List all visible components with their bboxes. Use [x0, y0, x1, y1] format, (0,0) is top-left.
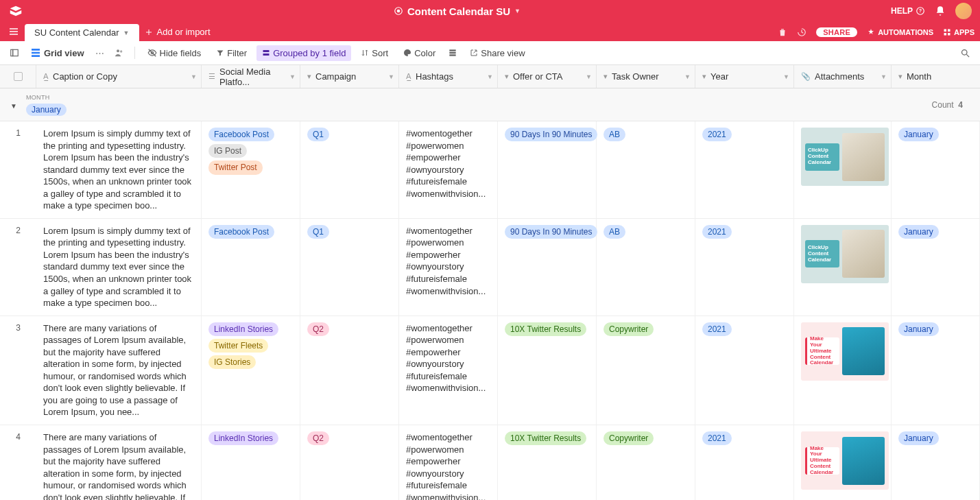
hashtags-cell[interactable]: #womentogether#powerwomen#empowerher#own…	[399, 316, 498, 425]
collaborators-icon[interactable]	[111, 45, 128, 61]
column-month[interactable]: ▾Month	[892, 65, 980, 88]
table-row[interactable]: 4 There are many variations of passages …	[0, 425, 980, 500]
color-button[interactable]: Color	[398, 45, 441, 61]
sort-button[interactable]: Sort	[355, 45, 394, 61]
row-height-button[interactable]	[445, 45, 460, 60]
user-avatar[interactable]	[955, 3, 972, 19]
offer-cell[interactable]: 10X Twitter Results	[498, 316, 597, 425]
platform-cell[interactable]: LinkedIn Stories	[202, 425, 300, 500]
column-hashtags[interactable]: A̲Hashtags▼	[399, 65, 498, 88]
chevron-down-icon[interactable]: ▼	[881, 73, 887, 80]
month-cell[interactable]: January	[892, 316, 980, 425]
chevron-down-icon[interactable]: ▼	[289, 73, 296, 80]
attachment-cell[interactable]: Make Your Ultimate Content Calendar	[794, 425, 892, 500]
hashtags-cell[interactable]: #womentogether#powerwomen#empowerher#own…	[399, 425, 498, 500]
chevron-down-icon[interactable]: ▼	[191, 73, 197, 80]
offer-cell[interactable]: 90 Days In 90 Minutes	[498, 121, 597, 218]
caption-cell[interactable]: Lorem Ipsum is simply dummy text of the …	[36, 121, 202, 218]
owner-cell[interactable]: Copywriter	[597, 316, 695, 425]
month-cell[interactable]: January	[892, 219, 980, 316]
select-all-checkbox[interactable]	[0, 65, 36, 88]
table-row[interactable]: 1 Lorem Ipsum is simply dummy text of th…	[0, 121, 980, 219]
row-number: 3	[0, 316, 36, 425]
caption-cell[interactable]: There are many variations of passages of…	[36, 425, 202, 500]
campaign-cell[interactable]: Q2	[300, 316, 399, 425]
share-view-button[interactable]: Share view	[464, 45, 530, 61]
attachment-thumb[interactable]: Make Your Ultimate Content Calendar	[801, 322, 889, 381]
chevron-down-icon[interactable]: ▼	[586, 73, 592, 80]
column-offer[interactable]: ▾Offer or CTA▼	[498, 65, 597, 88]
year-cell[interactable]: 2021	[695, 425, 794, 500]
tabbar: SU Content Calendar ▼ Add or import SHAR…	[0, 22, 980, 41]
grid-view-button[interactable]: Grid view	[26, 45, 88, 61]
chevron-down-icon[interactable]: ▼	[783, 73, 789, 80]
base-title[interactable]: Content Calendar SU ▼	[23, 5, 891, 17]
column-campaign[interactable]: ▾Campaign▼	[300, 65, 399, 88]
share-icon	[470, 49, 478, 57]
column-attachments[interactable]: 📎Attachments▼	[794, 65, 892, 88]
select-icon: ▾	[307, 72, 311, 81]
owner-cell[interactable]: AB	[597, 121, 695, 218]
history-icon[interactable]	[797, 27, 806, 37]
chevron-down-icon[interactable]: ▼	[487, 73, 493, 80]
view-options[interactable]: ⋯	[93, 45, 107, 61]
year-cell[interactable]: 2021	[695, 121, 794, 218]
bell-icon[interactable]	[935, 5, 946, 16]
sidebar-toggle[interactable]	[7, 45, 22, 60]
filter-button[interactable]: Filter	[211, 45, 252, 61]
chevron-down-icon[interactable]: ▼	[684, 73, 691, 80]
airtable-logo-icon[interactable]	[8, 3, 23, 19]
year-cell[interactable]: 2021	[695, 219, 794, 316]
attachment-thumb[interactable]: Make Your Ultimate Content Calendar	[801, 431, 889, 490]
add-or-import[interactable]: Add or import	[145, 27, 211, 41]
year-pill: 2021	[702, 225, 732, 239]
platform-cell[interactable]: LinkedIn StoriesTwitter FleetsIG Stories	[202, 316, 300, 425]
search-button[interactable]	[957, 45, 973, 61]
column-year[interactable]: ▾Year▼	[695, 65, 794, 88]
month-cell[interactable]: January	[892, 425, 980, 500]
tab-content-calendar[interactable]: SU Content Calendar ▼	[25, 24, 139, 41]
select-icon: ▾	[603, 72, 608, 81]
year-cell[interactable]: 2021	[695, 316, 794, 425]
year-pill: 2021	[702, 128, 732, 141]
hashtags-cell[interactable]: #womentogether#powerwomen#empowerher#own…	[399, 121, 498, 218]
apps-button[interactable]: APPS	[943, 28, 975, 36]
platform-cell[interactable]: Facebook PostIG PostTwitter Post	[202, 121, 300, 218]
month-cell[interactable]: January	[892, 121, 980, 218]
hashtags-cell[interactable]: #womentogether#powerwomen#empowerher#own…	[399, 219, 498, 316]
offer-pill: 10X Twitter Results	[505, 431, 586, 445]
platform-cell[interactable]: Facebook Post	[202, 219, 300, 316]
menu-icon[interactable]	[8, 26, 19, 37]
help-link[interactable]: HELP ?	[891, 6, 925, 16]
campaign-cell[interactable]: Q2	[300, 425, 399, 500]
attachment-cell[interactable]: ClickUp Content Calendar	[794, 219, 892, 316]
campaign-cell[interactable]: Q1	[300, 121, 399, 218]
offer-cell[interactable]: 90 Days In 90 Minutes	[498, 219, 597, 316]
column-owner[interactable]: ▾Task Owner▼	[597, 65, 695, 88]
campaign-pill: Q1	[307, 225, 329, 239]
grid-body[interactable]: ▼ MONTH January Count 4 1 Lorem Ipsum is…	[0, 88, 980, 500]
caption-cell[interactable]: There are many variations of passages of…	[36, 316, 202, 425]
hide-fields-button[interactable]: Hide fields	[142, 45, 207, 61]
column-caption[interactable]: A̲Caption or Copy▼	[36, 65, 202, 88]
attachment-cell[interactable]: ClickUp Content Calendar	[794, 121, 892, 218]
owner-cell[interactable]: Copywriter	[597, 425, 695, 500]
table-row[interactable]: 2 Lorem Ipsum is simply dummy text of th…	[0, 219, 980, 316]
owner-cell[interactable]: AB	[597, 219, 695, 316]
campaign-cell[interactable]: Q1	[300, 219, 399, 316]
search-icon	[960, 48, 970, 58]
group-button[interactable]: Grouped by 1 field	[256, 45, 351, 61]
column-platform[interactable]: ☰Social Media Platfo...▼	[202, 65, 300, 88]
caption-cell[interactable]: Lorem Ipsum is simply dummy text of the …	[36, 219, 202, 316]
collapse-icon[interactable]: ▼	[10, 102, 17, 110]
automations-button[interactable]: AUTOMATIONS	[867, 28, 933, 36]
group-header[interactable]: ▼ MONTH January Count 4	[0, 88, 980, 121]
attachment-thumb[interactable]: ClickUp Content Calendar	[801, 128, 889, 186]
attachment-thumb[interactable]: ClickUp Content Calendar	[801, 225, 889, 283]
chevron-down-icon[interactable]: ▼	[388, 73, 394, 80]
attachment-cell[interactable]: Make Your Ultimate Content Calendar	[794, 316, 892, 425]
trash-icon[interactable]	[778, 27, 787, 37]
share-button[interactable]: SHARE	[816, 27, 857, 37]
table-row[interactable]: 3 There are many variations of passages …	[0, 316, 980, 425]
offer-cell[interactable]: 10X Twitter Results	[498, 425, 597, 500]
